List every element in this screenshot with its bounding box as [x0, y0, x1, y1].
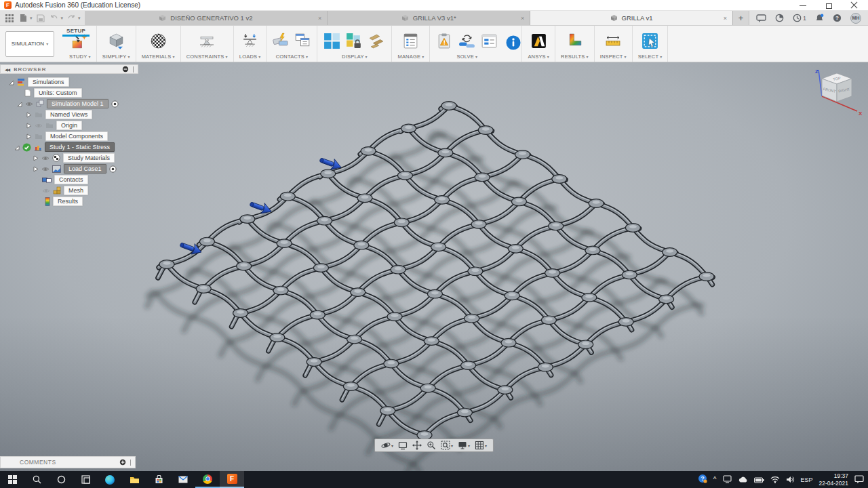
browser-header[interactable]: ◀◀ BROWSER [0, 64, 138, 74]
store-icon[interactable] [146, 471, 171, 488]
tab-grilla-v3[interactable]: GRILLA V3 v1* × [328, 11, 530, 25]
restore-button[interactable] [825, 2, 833, 9]
inspect-button[interactable] [604, 32, 623, 52]
collapse-panel-icon[interactable]: ◀◀ [5, 67, 9, 72]
close-button[interactable] [850, 2, 859, 9]
expanded-icon[interactable] [14, 144, 20, 150]
manage-button[interactable] [401, 32, 420, 52]
visibility-off-eye-icon[interactable] [35, 123, 43, 129]
job-status-icon[interactable] [775, 14, 784, 22]
collapsed-icon[interactable] [33, 155, 39, 161]
zoom-tool[interactable] [427, 441, 436, 450]
browser-item-named-views[interactable]: Named Views [26, 109, 138, 120]
tab-close-icon[interactable]: × [521, 15, 524, 22]
tray-chevron-icon[interactable]: ^ [713, 476, 717, 483]
materials-button[interactable] [149, 32, 167, 52]
language-indicator[interactable]: ESP [801, 476, 813, 483]
grid-settings-caret[interactable]: ▾ [485, 443, 487, 448]
browser-item-origin[interactable]: Origin [26, 120, 138, 131]
manage-menu[interactable]: MANAGE▾ [397, 54, 424, 60]
info-button[interactable] [505, 35, 521, 53]
workspace-selector[interactable]: SIMULATION▾ [5, 31, 54, 57]
tab-close-icon[interactable]: × [318, 15, 321, 22]
grid-settings-tool[interactable]: ▾ [475, 441, 487, 450]
redo-caret[interactable]: ▾ [78, 16, 81, 21]
expanded-icon[interactable] [16, 101, 22, 107]
data-panel-icon[interactable] [4, 13, 15, 24]
tray-volume-icon[interactable] [786, 474, 795, 486]
tab-close-icon[interactable]: × [724, 15, 727, 22]
taskbar-search-icon[interactable] [24, 471, 49, 488]
materials-menu[interactable]: MATERIALS▾ [142, 54, 175, 60]
comments-grip[interactable] [130, 460, 131, 466]
orbit-tool[interactable]: ▾ [381, 441, 393, 450]
panel-options-icon[interactable] [122, 66, 129, 73]
clock[interactable]: 19:37 22-04-2021 [819, 472, 848, 487]
tray-device-icon[interactable] [723, 474, 732, 486]
display-settings-tool[interactable]: ▾ [458, 441, 470, 450]
undo-caret[interactable]: ▾ [61, 16, 64, 21]
display-mesh-button[interactable] [368, 32, 386, 52]
precheck-button[interactable] [435, 32, 454, 52]
activate-radio-icon[interactable] [109, 165, 117, 173]
manage-contacts-button[interactable] [294, 32, 311, 52]
pan-tool[interactable] [412, 441, 422, 450]
file-menu-icon[interactable] [18, 13, 28, 24]
panel-grip[interactable] [133, 66, 134, 73]
viewport[interactable]: Z X TOP FRONT RIGHT ◀◀ BROWSER [0, 62, 868, 471]
simplify-menu[interactable]: SIMPLIFY▾ [102, 54, 130, 60]
cortana-icon[interactable] [49, 471, 73, 488]
notifications-icon[interactable]: 1 [793, 14, 806, 22]
collapsed-icon[interactable] [26, 134, 32, 140]
display-menu[interactable]: DISPLAY▾ [342, 54, 368, 60]
ansys-menu[interactable]: ANSYS▾ [528, 54, 549, 60]
ansys-button[interactable] [530, 32, 548, 52]
view-cube[interactable]: Z X TOP FRONT RIGHT [808, 65, 865, 122]
browser-item-study-materials[interactable]: Study Materials [33, 152, 138, 163]
comments-bar[interactable]: COMMENTS [0, 456, 136, 468]
visibility-eye-icon[interactable] [25, 101, 33, 107]
file-explorer-icon[interactable] [122, 471, 146, 488]
visibility-eye-icon[interactable] [41, 155, 50, 161]
display-layers-button[interactable] [345, 32, 363, 52]
solve-button[interactable] [458, 32, 476, 52]
select-button[interactable] [641, 32, 659, 52]
browser-item-contacts[interactable]: Contacts [42, 174, 138, 185]
browser-item-mesh[interactable]: Mesh [42, 185, 138, 196]
select-menu[interactable]: SELECT▾ [638, 54, 663, 60]
results-button[interactable] [566, 32, 584, 52]
inspect-menu[interactable]: INSPECT▾ [600, 54, 627, 60]
tray-battery-icon[interactable] [754, 474, 764, 486]
bell-icon[interactable] [815, 14, 824, 22]
feedback-icon[interactable] [756, 14, 766, 22]
visibility-eye-icon[interactable] [41, 166, 50, 172]
fusion-taskbar-icon[interactable]: F [220, 471, 244, 488]
contacts-menu[interactable]: CONTACTS▾ [276, 54, 309, 60]
task-view-icon[interactable] [73, 471, 98, 488]
comments-options-icon[interactable] [119, 459, 126, 466]
minimize-button[interactable] [799, 2, 807, 9]
look-at-tool[interactable] [398, 441, 408, 450]
tab-setup[interactable]: SETUP [62, 26, 90, 37]
loads-button[interactable] [241, 32, 259, 52]
results-menu[interactable]: RESULTS▾ [561, 54, 589, 60]
new-tab-button[interactable]: + [733, 11, 749, 25]
collapsed-icon[interactable] [26, 112, 32, 118]
help-icon[interactable]: ? [833, 14, 842, 22]
tab-grilla-v1[interactable]: GRILLA v1 × [530, 11, 733, 25]
constraints-menu[interactable]: CONSTRAINTS▾ [186, 54, 228, 60]
tray-wifi-icon[interactable] [770, 474, 780, 486]
collapsed-icon[interactable] [26, 123, 32, 129]
mail-icon[interactable] [171, 471, 195, 488]
loads-menu[interactable]: LOADS▾ [239, 54, 261, 60]
job-status-button[interactable] [480, 32, 498, 52]
edge-icon[interactable] [98, 471, 122, 488]
save-icon[interactable] [35, 13, 46, 24]
start-button[interactable] [0, 471, 24, 488]
browser-item-simulation-model[interactable]: Simulation Model 1 [16, 98, 138, 109]
orbit-caret[interactable]: ▾ [391, 443, 393, 448]
activate-radio-icon[interactable] [111, 100, 119, 108]
file-menu-caret[interactable]: ▾ [30, 16, 33, 21]
action-center-icon[interactable] [854, 474, 864, 486]
undo-icon[interactable] [49, 13, 60, 24]
